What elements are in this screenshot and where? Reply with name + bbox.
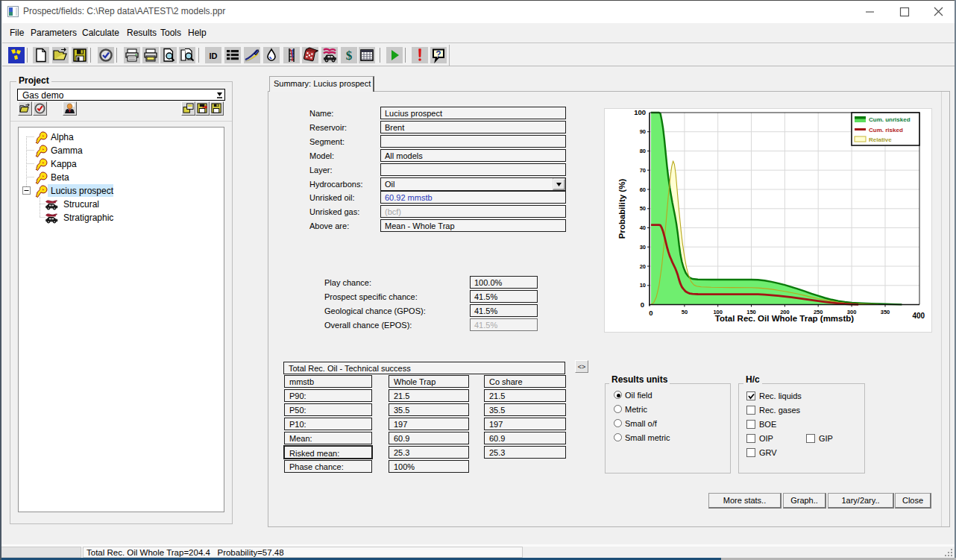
svg-text:Relative: Relative	[869, 136, 892, 143]
svg-text:20: 20	[640, 263, 646, 270]
svg-text:Cum. risked: Cum. risked	[869, 127, 903, 133]
svg-text:60: 60	[640, 186, 646, 193]
svg-text:400: 400	[912, 312, 925, 320]
svg-text:0: 0	[641, 301, 644, 309]
svg-text:50: 50	[640, 205, 646, 212]
svg-text:50: 50	[682, 309, 688, 315]
svg-text:Cum. unrisked: Cum. unrisked	[869, 116, 911, 123]
svg-text:100: 100	[634, 108, 646, 116]
svg-text:?: ?	[435, 49, 441, 60]
svg-text:70: 70	[640, 167, 646, 174]
svg-text:Probability (%): Probability (%)	[617, 179, 626, 239]
svg-text:ID: ID	[210, 51, 218, 60]
svg-text:30: 30	[640, 244, 646, 251]
svg-text:90: 90	[640, 128, 646, 135]
svg-text:40: 40	[640, 224, 646, 231]
svg-text:10: 10	[640, 282, 646, 289]
svg-text:80: 80	[640, 148, 646, 154]
svg-text:$: $	[346, 48, 353, 63]
svg-text:0: 0	[649, 309, 652, 317]
svg-text:Total Rec. Oil Whole Trap (mms: Total Rec. Oil Whole Trap (mmstb)	[715, 314, 855, 323]
svg-text:350: 350	[881, 309, 890, 315]
